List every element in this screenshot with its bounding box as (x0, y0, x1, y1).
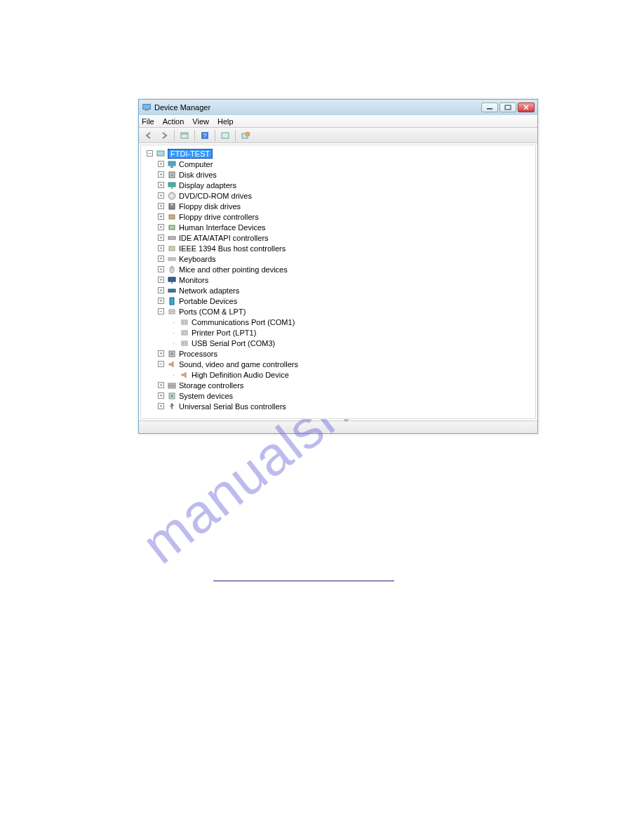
port-icon (180, 317, 189, 327)
tree-item[interactable]: +IDE ATA/ATAPI controllers (145, 232, 531, 243)
tree-item-label: Human Interface Devices (179, 223, 266, 232)
port-icon (167, 307, 177, 317)
expand-icon[interactable]: + (158, 266, 164, 272)
tree-item[interactable]: ·Printer Port (LPT1) (145, 327, 531, 338)
tree-item[interactable]: +Floppy disk drives (145, 201, 531, 211)
expand-icon[interactable]: + (158, 234, 164, 241)
computer-icon (156, 149, 166, 159)
tree-item[interactable]: +Universal Serial Bus controllers (145, 401, 531, 411)
expand-icon[interactable]: + (158, 382, 164, 388)
tree-item[interactable]: +Computer (145, 159, 531, 169)
storage-icon (167, 380, 177, 390)
show-hide-console-tree-button[interactable] (177, 129, 192, 142)
close-button[interactable] (518, 102, 535, 112)
menu-action[interactable]: Action (163, 117, 185, 126)
expand-icon[interactable]: + (158, 350, 164, 357)
tree-item[interactable]: +Processors (145, 348, 531, 359)
svg-point-17 (171, 173, 173, 176)
expand-icon[interactable]: + (158, 203, 164, 209)
tree-item[interactable]: +Human Interface Devices (145, 222, 531, 232)
svg-rect-3 (505, 105, 511, 110)
svg-point-12 (246, 132, 250, 136)
tree-item[interactable]: +Portable Devices (145, 296, 531, 306)
tree-item[interactable]: +Mice and other pointing devices (145, 264, 531, 274)
tree-item[interactable]: +System devices (145, 390, 531, 401)
expand-icon[interactable]: + (158, 171, 164, 178)
scan-button[interactable] (218, 129, 232, 142)
collapse-icon[interactable]: − (158, 308, 164, 315)
collapse-icon[interactable]: − (147, 150, 153, 157)
tree-item-label: Communications Port (COM1) (192, 318, 295, 326)
tree-root[interactable]: − FTDI-TEST (145, 148, 531, 159)
expand-icon[interactable]: + (158, 287, 164, 293)
menu-view[interactable]: View (192, 117, 209, 126)
expand-icon[interactable]: + (158, 213, 164, 220)
svg-rect-13 (157, 151, 164, 156)
menu-help[interactable]: Help (217, 117, 234, 126)
tree-item[interactable]: +Floppy drive controllers (145, 211, 531, 222)
expand-icon[interactable]: + (158, 245, 164, 251)
tree-item-label: Processors (179, 350, 217, 358)
tree-item-label: Monitors (179, 276, 208, 284)
svg-rect-33 (171, 282, 173, 284)
expand-icon[interactable]: + (158, 277, 164, 283)
menu-file[interactable]: File (142, 117, 154, 126)
tree-item[interactable]: +Monitors (145, 274, 531, 285)
svg-rect-1 (145, 110, 148, 111)
expand-icon[interactable]: + (158, 298, 164, 304)
tree-item[interactable]: +Storage controllers (145, 380, 531, 390)
device-manager-icon (142, 102, 152, 112)
tree-connector: · (170, 371, 177, 379)
collapse-icon[interactable]: − (158, 361, 164, 367)
svg-text:?: ? (203, 132, 206, 139)
tree-item[interactable]: +Display adapters (145, 180, 531, 190)
tree-item-label: Storage controllers (179, 381, 243, 390)
tree-item-label: Ports (COM & LPT) (179, 307, 246, 316)
help-button[interactable]: ? (198, 129, 212, 142)
mouse-icon (167, 265, 177, 274)
tree-item[interactable]: +IEEE 1394 Bus host controllers (145, 243, 531, 253)
svg-point-46 (185, 332, 187, 333)
svg-point-48 (183, 343, 185, 344)
menubar: File Action View Help (139, 115, 537, 128)
tree-item[interactable]: ·Communications Port (COM1) (145, 317, 531, 327)
tree-item[interactable]: +Disk drives (145, 169, 531, 180)
expand-icon[interactable]: + (158, 256, 164, 262)
minimize-button[interactable] (481, 102, 498, 112)
system-icon (167, 391, 177, 401)
update-driver-button[interactable] (239, 129, 253, 142)
tree-item[interactable]: ·High Definition Audio Device (145, 369, 531, 380)
ieee1394-icon (167, 244, 177, 253)
device-tree[interactable]: − FTDI-TEST +Computer+Disk drives+Displa… (140, 145, 536, 419)
tree-item[interactable]: −Sound, video and game controllers (145, 359, 531, 369)
window-title: Device Manager (154, 103, 481, 112)
svg-rect-47 (182, 341, 187, 345)
svg-point-36 (173, 290, 175, 291)
maximize-button[interactable] (499, 102, 516, 112)
expand-icon[interactable]: + (158, 224, 164, 230)
titlebar[interactable]: Device Manager (139, 100, 537, 115)
tree-item[interactable]: +DVD/CD-ROM drives (145, 190, 531, 201)
svg-rect-10 (222, 133, 229, 138)
expand-icon[interactable]: + (158, 161, 164, 167)
tree-item[interactable]: ·USB Serial Port (COM3) (145, 338, 531, 348)
toolbar-separator (215, 130, 215, 141)
tree-item[interactable]: +Keyboards (145, 253, 531, 264)
tree-item[interactable]: −Ports (COM & LPT) (145, 306, 531, 317)
toolbar-separator (235, 130, 236, 141)
tree-item[interactable]: +Network adapters (145, 285, 531, 296)
port-icon (180, 328, 189, 338)
expand-icon[interactable]: + (158, 192, 164, 199)
back-button[interactable] (142, 129, 156, 142)
svg-rect-23 (170, 204, 173, 206)
tree-item-label: Floppy drive controllers (179, 213, 259, 221)
root-label[interactable]: FTDI-TEST (168, 149, 213, 159)
svg-rect-15 (170, 166, 173, 168)
tree-item-label: Sound, video and game controllers (179, 360, 298, 369)
forward-button[interactable] (157, 129, 171, 142)
expand-icon[interactable]: + (158, 403, 164, 409)
expand-icon[interactable]: + (158, 182, 164, 188)
expand-icon[interactable]: + (158, 392, 164, 399)
tree-item-label: Universal Serial Bus controllers (179, 402, 286, 411)
tree-item-label: Floppy disk drives (179, 202, 241, 211)
